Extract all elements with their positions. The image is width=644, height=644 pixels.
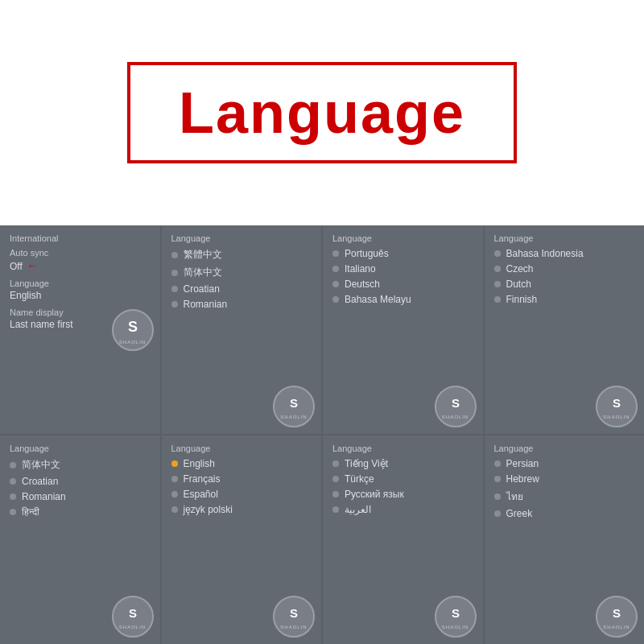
list-item[interactable]: Greek — [494, 508, 637, 519]
arrow-icon: ← — [27, 259, 38, 272]
dot-icon — [494, 281, 501, 287]
shaolin-emblem-icon: S — [284, 394, 303, 413]
shaolin-text: SHAOLIN — [280, 415, 307, 419]
dot-icon — [494, 493, 501, 500]
lang-text: 简体中文 — [184, 266, 222, 279]
list-item[interactable]: 简体中文 — [171, 266, 314, 279]
shaolin-text: SHAOLIN — [119, 340, 146, 345]
list-item[interactable]: Croatian — [171, 283, 314, 295]
dot-icon — [332, 506, 339, 513]
shaolin-emblem-icon: S — [123, 604, 142, 623]
shaolin-emblem-icon: S — [446, 394, 465, 413]
list-item[interactable]: język polski — [171, 504, 314, 515]
shaolin-logo-5: S SHAOLIN — [273, 596, 315, 638]
list-item[interactable]: Croatian — [10, 476, 152, 487]
list-item[interactable]: 繁體中文 — [171, 248, 314, 262]
svg-text:S: S — [451, 396, 459, 410]
list-item[interactable]: Dutch — [494, 279, 637, 290]
dot-icon — [332, 250, 339, 257]
shaolin-text: SHAOLIN — [603, 415, 630, 419]
lang-text: Deutsch — [345, 279, 380, 290]
dot-active-icon — [171, 460, 178, 467]
shaolin-logo-1: S SHAOLIN — [273, 386, 315, 427]
svg-text:S: S — [613, 606, 621, 620]
list-item[interactable]: Romanian — [10, 491, 152, 502]
list-item[interactable]: Español — [171, 489, 314, 500]
dot-icon — [171, 491, 178, 497]
language-label: Language — [10, 279, 152, 288]
list-item[interactable]: Türkçe — [332, 473, 475, 485]
cell-lang-4-header: Language — [10, 444, 152, 453]
lang-text: język polski — [184, 504, 233, 515]
shaolin-logo-0: S SHAOLIN — [112, 309, 154, 351]
cell-lang-5: Language English Français Español język … — [162, 436, 322, 644]
cell-lang-7-header: Language — [494, 444, 637, 453]
auto-sync-value: Off ← — [10, 259, 152, 272]
lang-text: Português — [345, 248, 389, 259]
list-item[interactable]: Deutsch — [332, 279, 475, 290]
dot-icon — [171, 301, 178, 308]
cell-lang-2: Language Português Italiano Deutsch Baha… — [323, 225, 483, 434]
language-grid: International Auto sync Off ← Language E… — [0, 225, 644, 644]
cell-lang-5-header: Language — [171, 444, 314, 453]
list-item[interactable]: Persian — [494, 458, 637, 469]
list-item[interactable]: Hebrew — [494, 473, 637, 485]
lang-text: 简体中文 — [22, 458, 60, 472]
shaolin-text: SHAOLIN — [442, 625, 469, 630]
dot-icon — [332, 460, 339, 467]
lang-text: Hebrew — [506, 473, 539, 485]
shaolin-logo-7: S SHAOLIN — [596, 596, 638, 638]
svg-text:S: S — [451, 606, 459, 620]
list-item[interactable]: ไทย — [494, 489, 637, 504]
dot-icon — [171, 286, 178, 292]
lang-text: Romanian — [22, 491, 66, 502]
shaolin-logo-3: S SHAOLIN — [596, 386, 638, 427]
svg-text:S: S — [127, 319, 137, 335]
list-item[interactable]: Português — [332, 248, 475, 259]
cell-lang-7: Language Persian Hebrew ไทย Greek S SHAO… — [485, 436, 645, 644]
shaolin-emblem-icon: S — [607, 394, 626, 413]
shaolin-emblem-icon: S — [607, 604, 626, 623]
cell-lang-3-header: Language — [494, 233, 637, 243]
list-item[interactable]: Romanian — [171, 299, 314, 310]
list-item[interactable]: 简体中文 — [10, 458, 152, 472]
list-item[interactable]: Tiếng Việt — [332, 458, 475, 469]
dot-icon — [10, 462, 16, 469]
shaolin-text: SHAOLIN — [119, 625, 146, 630]
dot-icon — [332, 296, 339, 303]
language-value: English — [10, 290, 152, 301]
lang-text: 繁體中文 — [184, 248, 222, 262]
list-item[interactable]: English — [171, 458, 314, 469]
list-item[interactable]: Bahasa Melayu — [332, 294, 475, 305]
auto-sync-label: Auto sync — [10, 248, 152, 258]
lang-text: Persian — [506, 458, 539, 469]
lang-text: Romanian — [184, 299, 228, 310]
list-item[interactable]: Finnish — [494, 294, 637, 305]
list-item[interactable]: Русский язык — [332, 489, 475, 500]
list-item[interactable]: Italiano — [332, 263, 475, 275]
list-item[interactable]: العربية — [332, 504, 475, 515]
svg-text:S: S — [128, 606, 136, 620]
cell-lang-2-header: Language — [332, 233, 475, 243]
dot-icon — [332, 281, 339, 287]
dot-icon — [171, 476, 178, 482]
svg-text:S: S — [613, 396, 621, 410]
list-item[interactable]: Bahasa Indonesia — [494, 248, 637, 259]
svg-text:S: S — [290, 396, 298, 410]
banner: Language — [0, 0, 644, 225]
lang-text: Italiano — [345, 263, 376, 275]
shaolin-text: SHAOLIN — [442, 415, 469, 419]
list-item[interactable]: हिन्दी — [10, 506, 152, 518]
list-item[interactable]: Czech — [494, 263, 637, 275]
shaolin-emblem-icon: S — [284, 604, 303, 623]
dot-icon — [171, 270, 178, 276]
dot-icon — [171, 506, 178, 513]
list-item[interactable]: Français — [171, 473, 314, 485]
dot-icon — [332, 266, 339, 272]
lang-text: Español — [184, 489, 218, 500]
dot-icon — [332, 476, 339, 482]
cell-lang-1: Language 繁體中文 简体中文 Croatian Romanian S S… — [162, 225, 322, 434]
dot-icon — [494, 296, 501, 303]
dot-icon — [10, 478, 16, 485]
lang-text: Dutch — [506, 279, 531, 290]
